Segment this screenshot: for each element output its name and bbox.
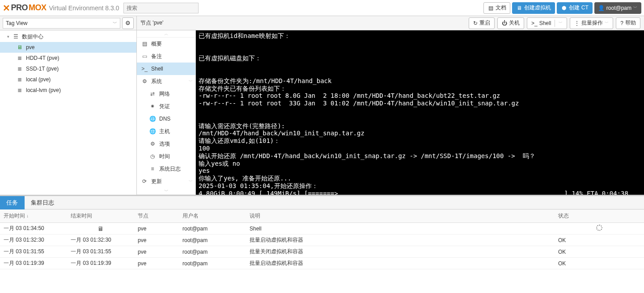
tree-settings-button[interactable]: ⚙	[122, 17, 134, 29]
menu-item-选项[interactable]: ⚙选项	[137, 138, 195, 150]
col-end[interactable]: 结束时间	[67, 212, 134, 220]
cell-status: OK	[555, 249, 644, 255]
menu-item-备注[interactable]: ▭备注	[137, 50, 195, 63]
tree-item-label: SSD-1T (pve)	[26, 66, 59, 72]
tree-item-label: pve	[26, 44, 34, 50]
reboot-label: 重启	[479, 19, 490, 27]
list-icon: ≡	[149, 166, 156, 172]
task-table-body: 一月 03 01:34:50🖥pveroot@pamShell一月 03 01:…	[0, 223, 644, 269]
tree-item-label: local (pve)	[26, 76, 51, 83]
shell-icon: >_	[141, 66, 148, 72]
task-row[interactable]: 一月 03 01:19:39一月 03 01:19:39pveroot@pam批…	[0, 258, 644, 269]
menu-item-shell[interactable]: >_Shell	[137, 63, 195, 75]
tree-item-local-lvm-pve-[interactable]: ≣local-lvm (pve)	[0, 85, 136, 96]
col-node[interactable]: 节点	[134, 212, 179, 220]
menu-item-系统[interactable]: ⚙系统﹀	[137, 75, 195, 88]
bulk-actions-button[interactable]: ⋮ 批量操作 ﹀	[570, 17, 613, 29]
search-input[interactable]	[123, 3, 199, 13]
cell-user: root@pam	[179, 237, 246, 243]
storage-icon: ≣	[16, 76, 23, 83]
shell-terminal[interactable]: 已有虚拟机id和name映射如下： 已有虚拟机磁盘如下： 存储备份文件夹为:/m…	[196, 30, 644, 195]
tree-item-label: local-lvm (pve)	[26, 87, 61, 93]
cell-end: 一月 03 01:19:39	[67, 260, 134, 267]
chevron-down-icon: ﹀	[113, 20, 117, 26]
node-side-menu: ︿ ▤概要▭备注>_Shell⚙系统﹀⇄网络✷凭证🌐DNS🌐主机⚙选项◷时间≡系…	[137, 30, 196, 195]
menu-item-凭证[interactable]: ✷凭证	[137, 100, 195, 113]
menu-item-概要[interactable]: ▤概要	[137, 38, 195, 50]
sort-desc-icon: ↓	[26, 213, 29, 218]
task-row[interactable]: 一月 03 01:32:30一月 03 01:32:30pveroot@pam批…	[0, 234, 644, 246]
tree-item-pve[interactable]: 🖥pve	[0, 42, 136, 53]
node-content: ︿ ▤概要▭备注>_Shell⚙系统﹀⇄网络✷凭证🌐DNS🌐主机⚙选项◷时间≡系…	[137, 30, 644, 195]
menu-item-网络[interactable]: ⇄网络	[137, 88, 195, 100]
tree-item--[interactable]: ▾☰数据中心	[0, 31, 136, 42]
power-icon: ⏻	[502, 20, 507, 26]
cell-desc: 批量关闭虚拟机和容器	[246, 248, 555, 255]
chevron-up-icon: ︿	[164, 31, 169, 37]
create-ct-button[interactable]: ⬢ 创建 CT	[557, 2, 592, 14]
menu-item-系统日志[interactable]: ≡系统日志	[137, 163, 195, 175]
node-title: 节点 'pve'	[140, 19, 163, 27]
menu-item-dns[interactable]: 🌐DNS	[137, 113, 195, 125]
cell-start: 一月 03 01:19:39	[0, 260, 67, 267]
tab-tasks[interactable]: 任务	[0, 196, 25, 209]
menu-item-label: 系统	[151, 78, 162, 85]
logo-text-mox: MOX	[29, 3, 47, 13]
menu-item-label: 网络	[159, 90, 170, 98]
cell-user: root@pam	[179, 260, 246, 267]
task-row[interactable]: 一月 03 01:34:50🖥pveroot@pamShell	[0, 223, 644, 234]
reboot-button[interactable]: ↻ 重启	[469, 17, 495, 29]
col-status[interactable]: 状态	[555, 212, 644, 220]
col-desc[interactable]: 说明	[246, 212, 555, 220]
cogs-icon: ⚙	[141, 78, 148, 84]
chevron-down-icon: ﹀	[189, 179, 193, 184]
logo: ✕ PROMOX	[3, 3, 47, 13]
menu-item-label: 系统日志	[159, 165, 181, 173]
terminal-icon: >_	[531, 20, 538, 26]
view-selector-label: Tag View	[6, 20, 27, 26]
collapse-up-button[interactable]: ︿	[137, 30, 195, 38]
tree-item-hdd-4t-pve-[interactable]: ≣HDD-4T (pve)	[0, 53, 136, 63]
menu-item-label: 时间	[159, 153, 170, 160]
col-user[interactable]: 用户名	[179, 212, 246, 220]
task-row[interactable]: 一月 03 01:31:55一月 03 01:31:55pveroot@pam批…	[0, 246, 644, 258]
cell-node: pve	[134, 260, 179, 267]
menu-item-label: 凭证	[159, 103, 170, 110]
tree-item-ssd-1t-pve-[interactable]: ≣SSD-1T (pve)	[0, 63, 136, 74]
menu-item-更新[interactable]: ⟳更新﹀	[137, 175, 195, 188]
book-icon: ▤	[141, 41, 148, 47]
expand-icon: ▾	[7, 34, 9, 39]
storage-icon: ≣	[16, 87, 23, 93]
help-label: 帮助	[625, 19, 636, 27]
user-menu-button[interactable]: 👤 root@pam ﹀	[594, 2, 641, 14]
tab-cluster-log[interactable]: 集群日志	[25, 196, 61, 209]
tree-toolbar: Tag View ﹀ ⚙	[0, 16, 136, 30]
bottom-panel: 任务 集群日志 开始时间 ↓ 结束时间 节点 用户名 说明 状态 一月 03 0…	[0, 195, 644, 269]
cube-icon: ⬢	[561, 5, 567, 11]
cell-end: 一月 03 01:31:55	[67, 248, 134, 255]
cell-user: root@pam	[179, 249, 246, 255]
col-start[interactable]: 开始时间 ↓	[0, 212, 67, 220]
cell-status: OK	[555, 260, 644, 267]
docs-button[interactable]: ▤ 文档	[483, 2, 510, 14]
resource-tree: ▾☰数据中心🖥pve≣HDD-4T (pve)≣SSD-1T (pve)≣loc…	[0, 30, 136, 195]
shell-label: Shell	[539, 20, 551, 26]
view-selector[interactable]: Tag View ﹀	[3, 18, 120, 29]
collapse-down-button[interactable]: ﹀	[137, 188, 195, 195]
menu-item-时间[interactable]: ◷时间	[137, 150, 195, 163]
cell-start: 一月 03 01:34:50	[0, 225, 67, 232]
user-label: root@pam	[606, 5, 631, 11]
cell-node: pve	[134, 226, 179, 232]
menu-item-label: Shell	[151, 66, 163, 72]
gear-icon: ⚙	[149, 141, 156, 147]
create-vm-button[interactable]: 🖥 创建虚拟机	[512, 2, 555, 14]
tree-item-local-pve-[interactable]: ≣local (pve)	[0, 74, 136, 85]
shutdown-button[interactable]: ⏻ 关机	[497, 17, 524, 29]
shell-dropdown-button[interactable]: >_ Shell ﹀	[527, 17, 567, 29]
menu-item-label: 选项	[159, 140, 170, 148]
globe-icon: 🌐	[149, 116, 156, 122]
help-button[interactable]: ? 帮助	[616, 17, 640, 29]
menu-item-主机[interactable]: 🌐主机	[137, 125, 195, 138]
node-icon: 🖥	[16, 44, 23, 50]
bulk-label: 批量操作	[581, 19, 603, 27]
